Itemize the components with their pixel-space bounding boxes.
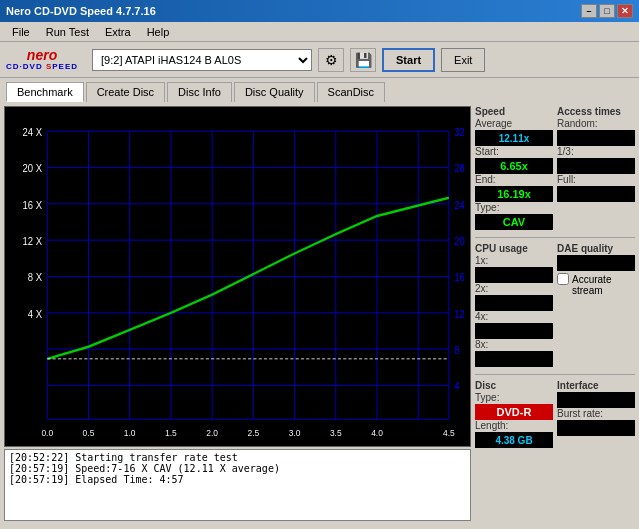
type-value: CAV [475, 214, 553, 230]
x1-label: 1x: [475, 255, 553, 266]
disc-length-label: Length: [475, 420, 553, 431]
type-label: Type: [475, 202, 553, 213]
disc-interface-row: Disc Type: DVD-R Length: 4.38 GB Interfa… [475, 380, 635, 448]
x1-value [475, 267, 553, 283]
x8-label: 8x: [475, 339, 553, 350]
menubar: File Run Test Extra Help [0, 22, 639, 42]
window-controls: – □ ✕ [581, 4, 633, 18]
tab-benchmark[interactable]: Benchmark [6, 82, 84, 102]
x2-label: 2x: [475, 283, 553, 294]
svg-text:8: 8 [454, 344, 460, 356]
svg-text:4.5: 4.5 [443, 428, 455, 439]
accurate-stream-row: Accurate [557, 273, 635, 285]
avg-label: Average [475, 118, 553, 129]
disc-type-label: Type: [475, 392, 553, 403]
cpu-section: CPU usage 1x: 2x: 4x: 8x: [475, 243, 553, 367]
svg-text:0.0: 0.0 [41, 428, 53, 439]
svg-text:16: 16 [454, 272, 465, 284]
disc-length-value: 4.38 GB [475, 432, 553, 448]
svg-text:20: 20 [454, 235, 465, 247]
x8-value [475, 351, 553, 367]
random-value [557, 130, 635, 146]
svg-text:32: 32 [454, 126, 465, 138]
access-title: Access times [557, 106, 635, 117]
maximize-button[interactable]: □ [599, 4, 615, 18]
log-entry: [20:57:19] Speed:7-16 X CAV (12.11 X ave… [9, 463, 466, 474]
svg-text:12: 12 [454, 308, 465, 320]
titlebar: Nero CD-DVD Speed 4.7.7.16 – □ ✕ [0, 0, 639, 22]
app-title: Nero CD-DVD Speed 4.7.7.16 [6, 5, 581, 17]
tab-create-disc[interactable]: Create Disc [86, 82, 165, 102]
cpu-dae-row: CPU usage 1x: 2x: 4x: 8x: DAE quality Ac… [475, 243, 635, 367]
svg-text:12 X: 12 X [22, 235, 42, 247]
start-label: Start: [475, 146, 553, 157]
random-label: Random: [557, 118, 635, 129]
cpu-title: CPU usage [475, 243, 553, 254]
burst-label: Burst rate: [557, 408, 635, 419]
speed-title: Speed [475, 106, 553, 117]
start-button[interactable]: Start [382, 48, 435, 72]
svg-text:1.0: 1.0 [124, 428, 136, 439]
end-label: End: [475, 174, 553, 185]
nero-logo-text: nero [27, 48, 57, 62]
interface-section: Interface Burst rate: [557, 380, 635, 448]
svg-text:4 X: 4 X [28, 308, 42, 320]
svg-text:20 X: 20 X [22, 163, 42, 175]
burst-value [557, 420, 635, 436]
x4-value [475, 323, 553, 339]
minimize-button[interactable]: – [581, 4, 597, 18]
nero-logo: nero CD·DVD SPEED [6, 48, 78, 71]
toolbar: nero CD·DVD SPEED [9:2] ATAPI iHAS124 B … [0, 42, 639, 78]
drive-selector[interactable]: [9:2] ATAPI iHAS124 B AL0S [92, 49, 312, 71]
dae-section: DAE quality Accurate stream [557, 243, 635, 367]
close-button[interactable]: ✕ [617, 4, 633, 18]
interface-value [557, 392, 635, 408]
log-entry: [20:52:22] Starting transfer rate test [9, 452, 466, 463]
x2-value [475, 295, 553, 311]
svg-text:3.5: 3.5 [330, 428, 342, 439]
svg-text:16 X: 16 X [22, 199, 42, 211]
nero-logo-subtitle: CD·DVD SPEED [6, 62, 78, 71]
right-panel: Speed Average 12.11x Start: 6.65x End: 1… [475, 106, 635, 521]
menu-extra[interactable]: Extra [97, 24, 139, 40]
tab-disc-quality[interactable]: Disc Quality [234, 82, 315, 102]
exit-button[interactable]: Exit [441, 48, 485, 72]
menu-help[interactable]: Help [139, 24, 178, 40]
tab-bar: Benchmark Create Disc Disc Info Disc Qua… [0, 78, 639, 102]
svg-text:4.0: 4.0 [371, 428, 383, 439]
tab-disc-info[interactable]: Disc Info [167, 82, 232, 102]
speed-chart: 24 X 20 X 16 X 12 X 8 X 4 X 32 28 24 20 … [4, 106, 471, 447]
save-icon-button[interactable]: 💾 [350, 48, 376, 72]
accurate-stream-checkbox[interactable] [557, 273, 569, 285]
main-content: 24 X 20 X 16 X 12 X 8 X 4 X 32 28 24 20 … [0, 102, 639, 525]
menu-file[interactable]: File [4, 24, 38, 40]
svg-text:0.5: 0.5 [83, 428, 95, 439]
accurate-label: Accurate [572, 274, 611, 285]
full-value [557, 186, 635, 202]
access-section: Access times Random: 1/3: Full: [557, 106, 635, 230]
options-icon-button[interactable]: ⚙ [318, 48, 344, 72]
speed-section: Speed Average 12.11x Start: 6.65x End: 1… [475, 106, 553, 230]
disc-title: Disc [475, 380, 553, 391]
chart-container: 24 X 20 X 16 X 12 X 8 X 4 X 32 28 24 20 … [4, 106, 471, 521]
start-value: 6.65x [475, 158, 553, 174]
dae-title: DAE quality [557, 243, 635, 254]
svg-text:24 X: 24 X [22, 126, 42, 138]
svg-text:28: 28 [454, 163, 465, 175]
avg-value: 12.11x [475, 130, 553, 146]
x4-label: 4x: [475, 311, 553, 322]
disc-type-value: DVD-R [475, 404, 553, 420]
svg-text:1.5: 1.5 [165, 428, 177, 439]
speed-access-row: Speed Average 12.11x Start: 6.65x End: 1… [475, 106, 635, 230]
svg-text:4: 4 [454, 381, 460, 393]
svg-text:24: 24 [454, 199, 465, 211]
third-label: 1/3: [557, 146, 635, 157]
third-value [557, 158, 635, 174]
menu-runtest[interactable]: Run Test [38, 24, 97, 40]
log-area[interactable]: [20:52:22] Starting transfer rate test [… [4, 449, 471, 521]
svg-text:8 X: 8 X [28, 272, 42, 284]
dae-value [557, 255, 635, 271]
svg-text:2.0: 2.0 [206, 428, 218, 439]
interface-title: Interface [557, 380, 635, 391]
tab-scan-disc[interactable]: ScanDisc [317, 82, 385, 102]
